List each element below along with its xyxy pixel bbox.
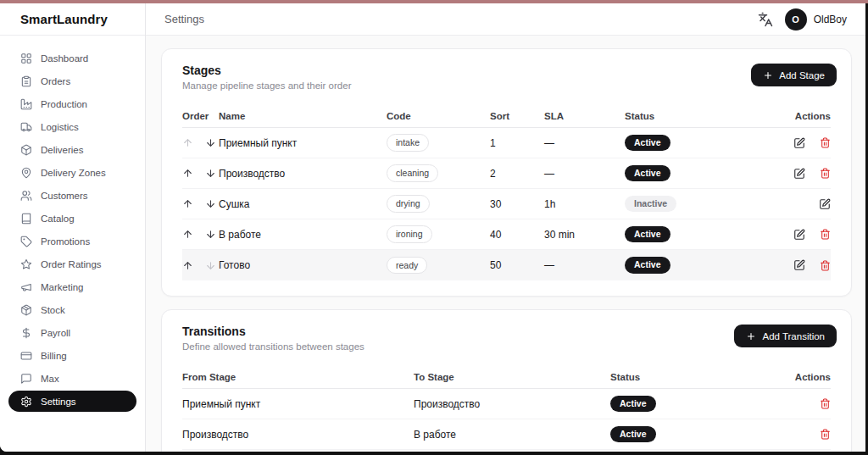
col-status: Status [610,372,771,382]
move-down-button[interactable] [205,229,217,241]
sidebar-item[interactable]: Order Ratings [8,253,136,275]
move-up-button[interactable] [182,168,194,180]
plus-icon [763,70,773,80]
sidebar-item-icon [20,167,32,179]
edit-stage-button[interactable] [793,229,805,241]
sidebar-item-icon [20,121,32,133]
move-down-button[interactable] [205,198,217,210]
sidebar-item[interactable]: Delivery Zones [8,162,136,183]
stage-sla: — [544,168,625,180]
sidebar-item-label: Orders [41,76,70,86]
sidebar-item-icon [20,396,32,408]
sidebar-item-icon [20,190,32,202]
sidebar-item[interactable]: Catalog [8,208,136,229]
stage-actions-cell [749,229,831,241]
user-name: OldBoy [814,14,847,25]
add-stage-button[interactable]: Add Stage [751,64,837,86]
status-badge: Active [625,165,670,182]
move-down-button[interactable] [205,137,217,149]
arrow-down-icon [205,198,216,209]
sidebar-item-label: Settings [41,397,76,407]
move-down-button[interactable] [205,168,217,180]
status-badge: Active [610,426,656,443]
status-badge: Active [625,257,670,274]
move-up-button[interactable] [182,259,194,271]
arrow-up-icon [182,260,193,271]
stage-actions-cell [749,168,831,180]
delete-stage-button[interactable] [820,168,831,179]
sidebar-item[interactable]: Promotions [8,230,136,252]
transition-from-stage: Производство [182,429,414,441]
move-down-button[interactable] [205,259,217,271]
sidebar-item[interactable]: Marketing [8,276,136,297]
stage-table-row: Приемный пункт intake 1 — Active [182,128,831,158]
sidebar-item-icon [20,236,32,247]
sidebar-item[interactable]: Stock [8,299,136,320]
sidebar-item-label: Marketing [41,282,84,292]
delete-transition-button[interactable] [820,398,831,409]
sidebar-item[interactable]: Max [8,368,136,389]
col-actions: Actions [771,372,831,382]
arrow-down-icon [205,137,216,148]
edit-stage-button[interactable] [793,259,805,271]
sidebar-item-icon [20,213,32,225]
edit-stage-button[interactable] [793,137,805,149]
add-transition-label: Add Transition [762,331,825,341]
avatar: O [785,8,807,31]
stage-name: Производство [219,168,387,180]
transition-actions-cell [771,398,831,409]
move-up-button[interactable] [182,229,194,241]
edit-icon [793,137,805,149]
edit-stage-button[interactable] [793,168,805,180]
status-badge: Active [625,135,670,152]
sidebar-item[interactable]: Settings [8,391,136,412]
stage-code-badge: cleaning [387,164,438,182]
stage-sort: 30 [490,198,544,210]
app-frame: SmartLaundry Dashboard Orders Production… [0,3,865,452]
sidebar-item-icon [20,281,32,293]
delete-stage-button[interactable] [820,229,831,240]
trash-icon [820,260,831,271]
app-window: SmartLaundry Dashboard Orders Production… [0,0,868,455]
edit-stage-button[interactable] [819,198,831,210]
sidebar-item[interactable]: Dashboard [8,47,136,69]
add-transition-button[interactable]: Add Transition [734,325,837,347]
status-badge: Active [625,226,670,243]
stage-name: В работе [219,229,387,241]
stages-table-body: Приемный пункт intake 1 — Active Произво… [182,128,831,280]
delete-stage-button[interactable] [820,260,831,271]
transition-from-stage: Приемный пункт [182,398,414,410]
sidebar-item[interactable]: Logistics [8,116,136,137]
stage-sla: — [544,259,625,271]
sidebar-item-icon [20,373,32,385]
sidebar-item[interactable]: Deliveries [8,139,136,160]
move-up-button[interactable] [182,198,194,210]
stage-code-badge: ready [387,257,427,275]
stages-card: Stages Manage pipeline stages and their … [161,48,852,297]
sidebar-item-icon [20,327,32,339]
delete-transition-button[interactable] [820,429,831,440]
language-switcher-button[interactable] [758,12,773,27]
sidebar-item-icon [20,75,32,87]
add-stage-label: Add Stage [779,70,825,80]
status-badge: Active [610,396,656,413]
sidebar-item[interactable]: Orders [8,70,136,92]
sidebar-item[interactable]: Payroll [8,322,136,343]
transitions-card: Transitions Define allowed transitions b… [161,309,852,452]
col-order: Order [182,111,219,121]
sidebar-item[interactable]: Production [8,93,136,114]
col-code: Code [387,111,490,121]
delete-stage-button[interactable] [820,137,831,148]
sidebar-item-label: Dashboard [41,53,88,64]
arrow-down-icon [205,260,216,271]
sidebar-item-icon [20,144,32,156]
sidebar-item[interactable]: Customers [8,185,136,206]
stage-sort: 1 [490,137,544,149]
user-menu[interactable]: O OldBoy [785,8,847,31]
sidebar-item[interactable]: Billing [8,345,136,366]
arrow-down-icon [205,168,216,179]
move-up-button[interactable] [182,137,194,149]
sidebar-item-label: Order Ratings [41,259,102,269]
plus-icon [746,331,756,341]
sidebar-item-label: Delivery Zones [41,168,106,178]
